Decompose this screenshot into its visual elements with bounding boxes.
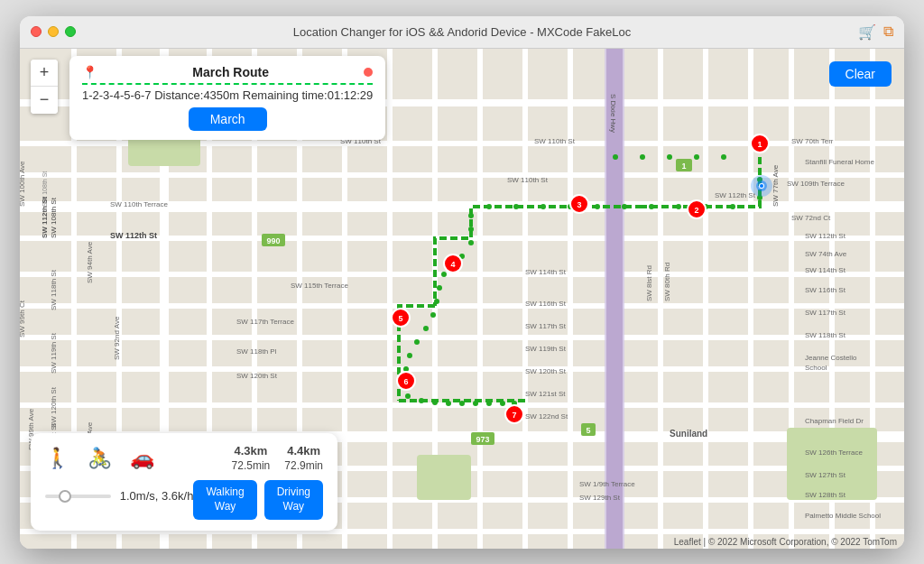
svg-text:SW 120th St: SW 120th St xyxy=(525,367,567,375)
svg-text:SW 1/9th Terrace: SW 1/9th Terrace xyxy=(579,480,635,488)
svg-text:7: 7 xyxy=(512,411,516,420)
svg-point-71 xyxy=(423,326,429,331)
svg-text:SW 118th St: SW 118th St xyxy=(805,331,846,339)
svg-text:SW 94th Ave: SW 94th Ave xyxy=(86,241,94,283)
zoom-controls: + − xyxy=(31,60,58,114)
route-panel-close-button[interactable] xyxy=(364,68,373,77)
svg-text:1: 1 xyxy=(681,162,686,171)
title-icons: 🛒 ⧉ xyxy=(858,23,893,41)
walk-icon[interactable]: 🚶 xyxy=(45,447,69,470)
svg-point-47 xyxy=(667,154,672,160)
svg-point-80 xyxy=(459,401,465,406)
route-panel: 📍 March Route 1-2-3-4-5-6-7 Distance:435… xyxy=(69,56,385,140)
svg-point-59 xyxy=(541,204,546,209)
svg-rect-38 xyxy=(417,455,471,500)
maximize-button[interactable] xyxy=(65,26,76,37)
svg-text:SW 72nd Ct: SW 72nd Ct xyxy=(791,214,831,222)
svg-text:SW 110th Terrace: SW 110th Terrace xyxy=(110,200,168,208)
svg-text:SW 118th Pl: SW 118th Pl xyxy=(236,347,277,356)
svg-point-81 xyxy=(473,401,478,406)
titlebar: Location Changer for iOS && Andorid Devi… xyxy=(20,16,904,49)
distance-2: 4.4km 72.9min xyxy=(284,444,323,473)
svg-text:SW 119th St: SW 119th St xyxy=(50,332,58,374)
svg-text:SW 112th St: SW 112th St xyxy=(110,231,157,240)
svg-text:SW 112th St: SW 112th St xyxy=(805,232,846,240)
svg-point-68 xyxy=(437,285,442,291)
svg-text:SW 118th St: SW 118th St xyxy=(50,269,58,310)
svg-text:SW 120th St: SW 120th St xyxy=(50,386,58,428)
distance-1: 4.3km 72.5min xyxy=(232,444,271,473)
car-icon[interactable]: 🚗 xyxy=(130,447,154,470)
svg-text:SW 109th Terrace: SW 109th Terrace xyxy=(787,180,845,188)
svg-point-63 xyxy=(468,227,474,232)
svg-point-48 xyxy=(640,154,645,160)
svg-text:4: 4 xyxy=(450,260,455,269)
traffic-lights xyxy=(31,26,76,37)
close-button[interactable] xyxy=(31,26,42,37)
svg-text:SW 116th St: SW 116th St xyxy=(525,300,567,308)
window-icon[interactable]: ⧉ xyxy=(883,23,893,41)
svg-text:SW 114th St: SW 114th St xyxy=(805,266,846,274)
svg-point-73 xyxy=(407,353,412,358)
map-container[interactable]: SW 97th Ave SW 93rd Ct SW 92nd Ave SW 9 … xyxy=(20,49,904,549)
route-divider xyxy=(82,83,373,85)
speed-label: 1.0m/s, 3.6k/h xyxy=(120,489,194,503)
speed-slider-thumb[interactable] xyxy=(59,490,71,503)
svg-point-61 xyxy=(486,204,492,209)
svg-point-83 xyxy=(500,401,505,406)
svg-text:SW 126th Terrace: SW 126th Terrace xyxy=(805,448,863,457)
svg-point-54 xyxy=(676,204,681,209)
svg-text:Stanfill Funeral Home: Stanfill Funeral Home xyxy=(805,158,874,166)
svg-text:SW 80th Rd: SW 80th Rd xyxy=(663,262,671,300)
svg-text:Chapman Field Dr: Chapman Field Dr xyxy=(805,417,864,425)
svg-rect-37 xyxy=(787,428,877,500)
svg-text:Suniland: Suniland xyxy=(670,429,707,439)
zoom-in-button[interactable]: + xyxy=(31,60,58,87)
svg-text:SW 117th St: SW 117th St xyxy=(805,309,846,317)
bottom-row: 1.0m/s, 3.6k/h WalkingWay DrivingWay xyxy=(45,480,323,519)
speed-slider[interactable] xyxy=(45,495,111,498)
walking-way-button[interactable]: WalkingWay xyxy=(193,480,256,519)
svg-text:990: 990 xyxy=(266,236,280,245)
svg-text:SW 77th Ave: SW 77th Ave xyxy=(772,164,780,207)
svg-text:SW 116th St: SW 116th St xyxy=(805,286,846,294)
svg-text:SW 119th St: SW 119th St xyxy=(525,345,567,353)
svg-point-49 xyxy=(613,154,618,160)
svg-text:SW 110th St: SW 110th St xyxy=(507,176,549,184)
driving-way-button[interactable]: DrivingWay xyxy=(264,480,323,519)
svg-text:SW 120th St: SW 120th St xyxy=(236,372,278,380)
svg-text:SW 112th St: SW 112th St xyxy=(715,191,756,199)
cart-icon[interactable]: 🛒 xyxy=(858,23,876,41)
svg-point-78 xyxy=(432,400,438,405)
svg-point-79 xyxy=(446,401,451,406)
svg-text:Palmetto Middle School: Palmetto Middle School xyxy=(805,512,881,520)
bottom-panel: 🚶 🚴 🚗 4.3km 72.5min 4.4km 72.9min xyxy=(31,433,337,531)
way-buttons: WalkingWay DrivingWay xyxy=(193,480,323,519)
minimize-button[interactable] xyxy=(48,26,59,37)
svg-text:SW 112th St: SW 112th St xyxy=(41,196,49,238)
svg-text:SW 117th St: SW 117th St xyxy=(525,322,567,330)
march-button[interactable]: March xyxy=(189,107,267,131)
svg-point-69 xyxy=(434,299,439,304)
speed-row: 1.0m/s, 3.6k/h xyxy=(45,489,193,503)
svg-text:5: 5 xyxy=(398,314,402,323)
svg-point-56 xyxy=(622,204,627,209)
svg-point-67 xyxy=(441,272,447,277)
svg-text:S Dixie Hwy: S Dixie Hwy xyxy=(609,94,617,133)
svg-point-62 xyxy=(468,213,474,218)
svg-text:SW 115th Terrace: SW 115th Terrace xyxy=(291,282,348,290)
svg-text:SW 114th St: SW 114th St xyxy=(525,268,567,276)
svg-point-88 xyxy=(760,184,763,188)
route-info: 1-2-3-4-5-6-7 Distance:4350m Remaining t… xyxy=(82,88,373,102)
svg-point-70 xyxy=(430,312,436,318)
svg-point-72 xyxy=(414,339,420,345)
zoom-out-button[interactable]: − xyxy=(31,87,58,114)
route-panel-title: March Route xyxy=(192,65,269,79)
clear-button[interactable]: Clear xyxy=(829,61,892,87)
svg-text:2: 2 xyxy=(694,206,698,215)
bike-icon[interactable]: 🚴 xyxy=(88,447,112,470)
distance-2-value: 4.4km xyxy=(284,444,323,459)
svg-text:5: 5 xyxy=(586,426,590,435)
svg-text:SW 74th Ave: SW 74th Ave xyxy=(805,250,847,258)
svg-point-52 xyxy=(730,204,735,209)
